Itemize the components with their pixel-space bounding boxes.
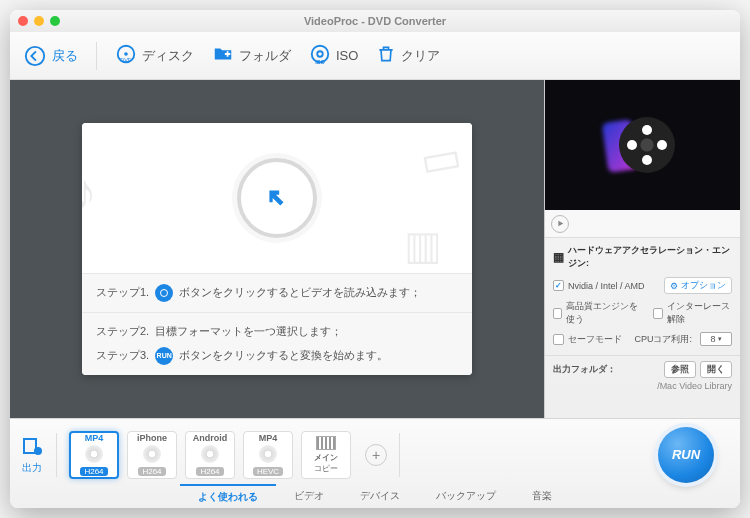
disc-icon	[85, 445, 103, 463]
nvidia-checkbox[interactable]	[553, 280, 564, 291]
folder-button[interactable]: フォルダ	[212, 43, 291, 68]
play-button[interactable]	[551, 215, 569, 233]
step1-text: ボタンをクリックするとビデオを読み込みます；	[179, 284, 421, 302]
disc-label: ディスク	[142, 47, 194, 65]
iso-button[interactable]: ISO ISO	[309, 43, 358, 68]
preview-area	[545, 80, 740, 210]
svg-point-0	[26, 46, 44, 64]
preset-iphone[interactable]: iPhone H264	[127, 431, 177, 479]
traffic-lights	[18, 16, 60, 26]
separator	[399, 433, 400, 477]
step3-text: ボタンをクリックすると変換を始めます。	[179, 347, 388, 365]
main-panel: ♪ ▭ ▥ ステップ1. ボタンをクリックするとビデオを読み込みます；	[10, 80, 544, 418]
hw-accel-section: ▦ ハードウェアアクセラレーション・エンジン: Nvidia / Intel /…	[545, 238, 740, 355]
svg-point-7	[34, 447, 42, 455]
deint-label: インターレース解除	[667, 300, 732, 326]
preset-sub: H264	[80, 467, 107, 476]
output-folder-label: 出力フォルダ：	[553, 363, 616, 376]
reel-icon	[611, 113, 675, 177]
back-label: 戻る	[52, 47, 78, 65]
preset-fmt: Android	[193, 433, 228, 443]
iso-label: ISO	[336, 48, 358, 63]
tab-device[interactable]: デバイス	[342, 484, 418, 508]
clear-label: クリア	[401, 47, 440, 65]
step-2-3: ステップ2. 目標フォーマットを一つ選択します； ステップ3. RUN ボタンを…	[82, 312, 472, 375]
preset-sub: H264	[138, 467, 165, 476]
disc-icon: DVD	[115, 43, 137, 68]
svg-point-2	[124, 52, 128, 56]
trash-icon	[376, 44, 396, 67]
folder-icon	[212, 43, 234, 68]
side-panel: ▦ ハードウェアアクセラレーション・エンジン: Nvidia / Intel /…	[544, 80, 740, 418]
svg-text:DVD: DVD	[120, 57, 132, 63]
output-path: /Mac Video Library	[553, 378, 732, 391]
preset-fmt: iPhone	[137, 433, 167, 443]
cpu-select[interactable]: 8 ▾	[700, 332, 732, 346]
titlebar: VideoProc - DVD Converter	[10, 10, 740, 32]
cpu-label: CPUコア利用:	[634, 333, 692, 346]
minimize-icon[interactable]	[34, 16, 44, 26]
step1-label: ステップ1.	[96, 284, 149, 302]
step-1: ステップ1. ボタンをクリックするとビデオを読み込みます；	[82, 273, 472, 312]
maincopy-l2: コピー	[314, 463, 338, 474]
tab-backup[interactable]: バックアップ	[418, 484, 514, 508]
app-window: VideoProc - DVD Converter 戻る DVD ディスク フォ…	[10, 10, 740, 508]
maximize-icon[interactable]	[50, 16, 60, 26]
tab-frequent[interactable]: よく使われる	[180, 484, 276, 508]
maincopy-l1: メイン	[314, 452, 338, 463]
preset-sub: H264	[196, 467, 223, 476]
open-button[interactable]: 開く	[700, 361, 732, 378]
content-area: ♪ ▭ ▥ ステップ1. ボタンをクリックするとビデオを読み込みます；	[10, 80, 740, 418]
chevron-down-icon: ▾	[718, 335, 722, 343]
toolbar: 戻る DVD ディスク フォルダ ISO ISO クリア	[10, 32, 740, 80]
dvd-step-icon	[155, 284, 173, 302]
svg-text:ISO: ISO	[315, 59, 325, 65]
preset-maincopy[interactable]: メイン コピー	[301, 431, 351, 479]
clear-button[interactable]: クリア	[376, 44, 440, 67]
tab-video[interactable]: ビデオ	[276, 484, 342, 508]
close-icon[interactable]	[18, 16, 28, 26]
hq-checkbox[interactable]	[553, 308, 562, 319]
add-preset-button[interactable]: +	[365, 444, 387, 466]
disc-icon	[143, 445, 161, 463]
hw-row2: 高品質エンジンを使う インターレース解除	[553, 297, 732, 329]
gear-icon: ⚙	[670, 281, 678, 291]
preset-mp4-hevc[interactable]: MP4 HEVC	[243, 431, 293, 479]
preset-mp4-h264[interactable]: MP4 H264	[69, 431, 119, 479]
browse-button[interactable]: 参照	[664, 361, 696, 378]
arrow-up-left-icon	[264, 185, 290, 211]
step2-label: ステップ2.	[96, 323, 149, 341]
separator	[96, 42, 97, 70]
category-tabs: よく使われる ビデオ デバイス バックアップ 音楽	[10, 484, 740, 508]
step3-label: ステップ3.	[96, 347, 149, 365]
steps-list: ステップ1. ボタンをクリックするとビデオを読み込みます； ステップ2. 目標フ…	[82, 273, 472, 375]
step2-text: 目標フォーマットを一つ選択します；	[155, 323, 342, 341]
hw-title-text: ハードウェアアクセラレーション・エンジン:	[568, 244, 732, 270]
guide-card: ♪ ▭ ▥ ステップ1. ボタンをクリックするとビデオを読み込みます；	[82, 123, 472, 375]
disc-icon	[201, 445, 219, 463]
disc-button[interactable]: DVD ディスク	[115, 43, 194, 68]
card-illustration: ♪ ▭ ▥	[82, 123, 472, 273]
preset-fmt: MP4	[85, 433, 104, 443]
tab-music[interactable]: 音楽	[514, 484, 570, 508]
note-deco-icon: ♪	[82, 163, 97, 221]
option-button[interactable]: ⚙オプション	[664, 277, 732, 294]
film-icon	[316, 436, 336, 450]
output-settings-button[interactable]: 出力	[20, 435, 44, 475]
output-label: 出力	[22, 461, 42, 475]
clap-deco-icon: ▭	[416, 130, 466, 188]
preset-android[interactable]: Android H264	[185, 431, 235, 479]
hw-nvidia-row: Nvidia / Intel / AMD ⚙オプション	[553, 274, 732, 297]
deint-checkbox[interactable]	[653, 308, 662, 319]
window-title: VideoProc - DVD Converter	[304, 15, 446, 27]
folder-label: フォルダ	[239, 47, 291, 65]
play-controls	[545, 210, 740, 238]
back-button[interactable]: 戻る	[24, 45, 78, 67]
hw-title: ▦ ハードウェアアクセラレーション・エンジン:	[553, 244, 732, 270]
run-button[interactable]: RUN	[658, 427, 714, 483]
drop-circle[interactable]	[237, 158, 317, 238]
safe-checkbox[interactable]	[553, 334, 564, 345]
safe-label: セーフモード	[568, 333, 622, 346]
doc-deco-icon: ▥	[404, 222, 442, 268]
preset-fmt: MP4	[259, 433, 278, 443]
